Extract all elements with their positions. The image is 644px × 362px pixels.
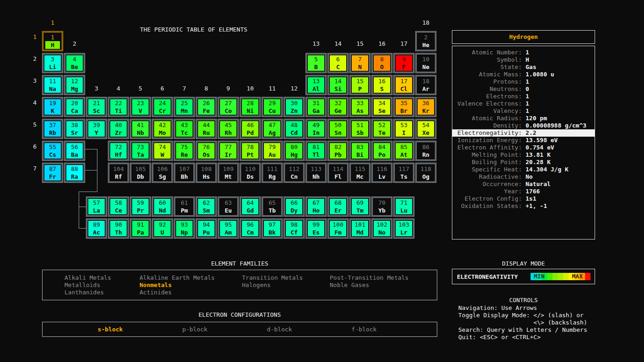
element-cell-Bi[interactable]: 83Bi [349, 141, 370, 161]
element-cell-H[interactable]: 1H [42, 31, 63, 51]
element-cell-Nh[interactable]: 113Nh [306, 163, 327, 183]
element-cell-Gd[interactable]: 64Gd [240, 197, 261, 217]
element-cell-Mg[interactable]: 12Mg [64, 75, 85, 95]
element-cell-Es[interactable]: 99Es [306, 218, 327, 239]
element-cell-W[interactable]: 74W [152, 141, 173, 161]
element-cell-Au[interactable]: 79Au [262, 141, 283, 161]
element-cell-Te[interactable]: 52Te [371, 119, 392, 139]
element-cell-Kr[interactable]: 36Kr [415, 97, 436, 117]
element-cell-Og[interactable]: 118Og [415, 163, 436, 183]
element-cell-Np[interactable]: 93Np [174, 218, 195, 239]
element-cell-Sn[interactable]: 50Sn [327, 119, 349, 139]
element-cell-I[interactable]: 53I [393, 119, 414, 139]
element-cell-Fe[interactable]: 26Fe [196, 97, 217, 117]
element-cell-Cm[interactable]: 96Cm [240, 218, 261, 239]
element-cell-Eu[interactable]: 63Eu [218, 197, 239, 217]
element-cell-Ac[interactable]: 89Ac [86, 218, 107, 239]
element-cell-Rg[interactable]: 111Rg [262, 163, 283, 183]
element-cell-Sm[interactable]: 62Sm [196, 197, 217, 217]
element-cell-Lu[interactable]: 71Lu [393, 197, 414, 217]
element-cell-In[interactable]: 49In [306, 119, 327, 139]
element-cell-Ta[interactable]: 73Ta [130, 141, 151, 161]
element-cell-Ga[interactable]: 31Ga [306, 97, 327, 117]
element-cell-La[interactable]: 57La [86, 197, 107, 217]
element-cell-Ca[interactable]: 20Ca [64, 97, 85, 117]
element-cell-Cu[interactable]: 29Cu [262, 97, 283, 117]
family-item-noble-gases[interactable]: Noble Gases [330, 282, 408, 289]
element-cell-U[interactable]: 92U [152, 218, 173, 239]
element-cell-Dy[interactable]: 66Dy [284, 197, 305, 217]
element-cell-Bk[interactable]: 97Bk [262, 218, 283, 239]
element-cell-Sg[interactable]: 106Sg [152, 163, 173, 183]
element-cell-F[interactable]: 9F [393, 53, 414, 73]
family-item-metalloids[interactable]: Metalloids [64, 282, 111, 289]
element-cell-Am[interactable]: 95Am [218, 218, 239, 239]
element-cell-Rn[interactable]: 86Rn [415, 141, 436, 161]
element-cell-Al[interactable]: 13Al [306, 75, 327, 95]
element-cell-Pa[interactable]: 91Pa [130, 218, 151, 239]
element-cell-Tb[interactable]: 65Tb [262, 197, 283, 217]
element-cell-Sc[interactable]: 21Sc [86, 97, 107, 117]
element-cell-At[interactable]: 85At [393, 141, 414, 161]
element-cell-Lv[interactable]: 116Lv [371, 163, 392, 183]
family-item-post-transition-metals[interactable]: Post-Transition Metals [330, 274, 408, 282]
element-cell-Be[interactable]: 4Be [64, 53, 85, 73]
element-cell-Tl[interactable]: 81Tl [306, 141, 327, 161]
config-item-d-block[interactable]: d-block [267, 326, 292, 333]
element-cell-Cl[interactable]: 17Cl [393, 75, 414, 95]
element-cell-Rh[interactable]: 45Rh [218, 119, 239, 139]
element-cell-Pm[interactable]: 61Pm [174, 197, 195, 217]
element-cell-Br[interactable]: 35Br [393, 97, 414, 117]
element-cell-B[interactable]: 5B [306, 53, 327, 73]
family-item-alkaline-earth-metals[interactable]: Alkaline Earth Metals [140, 274, 215, 282]
element-cell-Si[interactable]: 14Si [327, 75, 349, 95]
config-item-f-block[interactable]: f-block [352, 326, 377, 333]
element-cell-Po[interactable]: 84Po [371, 141, 392, 161]
element-cell-Hf[interactable]: 72Hf [108, 141, 129, 161]
element-cell-Cn[interactable]: 112Cn [284, 163, 305, 183]
element-cell-Th[interactable]: 90Th [108, 218, 129, 239]
element-cell-Ra[interactable]: 88Ra [64, 163, 85, 183]
element-cell-Zn[interactable]: 30Zn [284, 97, 305, 117]
element-cell-He[interactable]: 2He [415, 31, 436, 51]
element-cell-Ni[interactable]: 28Ni [240, 97, 261, 117]
element-cell-Hg[interactable]: 80Hg [284, 141, 305, 161]
element-cell-Co[interactable]: 27Co [218, 97, 239, 117]
element-cell-Cs[interactable]: 55Cs [42, 141, 63, 161]
element-cell-Ba[interactable]: 56Ba [64, 141, 85, 161]
element-cell-Sr[interactable]: 38Sr [64, 119, 85, 139]
element-cell-Rb[interactable]: 37Rb [42, 119, 63, 139]
element-cell-Ag[interactable]: 47Ag [262, 119, 283, 139]
element-cell-Na[interactable]: 11Na [42, 75, 63, 95]
element-cell-Cr[interactable]: 24Cr [152, 97, 173, 117]
element-cell-C[interactable]: 6C [327, 53, 349, 73]
element-cell-Ds[interactable]: 110Ds [240, 163, 261, 183]
element-cell-Fm[interactable]: 100Fm [327, 218, 349, 239]
element-cell-Ce[interactable]: 58Ce [108, 197, 129, 217]
element-cell-Ru[interactable]: 44Ru [196, 119, 217, 139]
element-cell-Ts[interactable]: 117Ts [393, 163, 414, 183]
element-cell-N[interactable]: 7N [349, 53, 370, 73]
element-cell-Ne[interactable]: 10Ne [415, 53, 436, 73]
element-cell-Bh[interactable]: 107Bh [174, 163, 195, 183]
element-cell-Rf[interactable]: 104Rf [108, 163, 129, 183]
element-cell-Mc[interactable]: 115Mc [349, 163, 370, 183]
element-cell-Nd[interactable]: 60Nd [152, 197, 173, 217]
element-cell-Li[interactable]: 3Li [42, 53, 63, 73]
family-item-lanthanides[interactable]: Lanthanides [64, 289, 111, 296]
family-item-halogens[interactable]: Halogens [242, 282, 303, 289]
element-cell-Hs[interactable]: 108Hs [196, 163, 217, 183]
element-cell-Xe[interactable]: 54Xe [415, 119, 436, 139]
element-cell-Pt[interactable]: 78Pt [240, 141, 261, 161]
element-cell-Yb[interactable]: 70Yb [371, 197, 392, 217]
element-cell-V[interactable]: 23V [130, 97, 151, 117]
element-cell-Ar[interactable]: 18Ar [415, 75, 436, 95]
element-cell-Se[interactable]: 34Se [371, 97, 392, 117]
element-cell-Pd[interactable]: 46Pd [240, 119, 261, 139]
element-cell-Nb[interactable]: 41Nb [130, 119, 151, 139]
element-cell-Re[interactable]: 75Re [174, 141, 195, 161]
family-item-nonmetals[interactable]: Nonmetals [140, 282, 215, 289]
element-cell-Fr[interactable]: 87Fr [42, 163, 63, 183]
element-cell-As[interactable]: 33As [349, 97, 370, 117]
element-cell-Mn[interactable]: 25Mn [174, 97, 195, 117]
